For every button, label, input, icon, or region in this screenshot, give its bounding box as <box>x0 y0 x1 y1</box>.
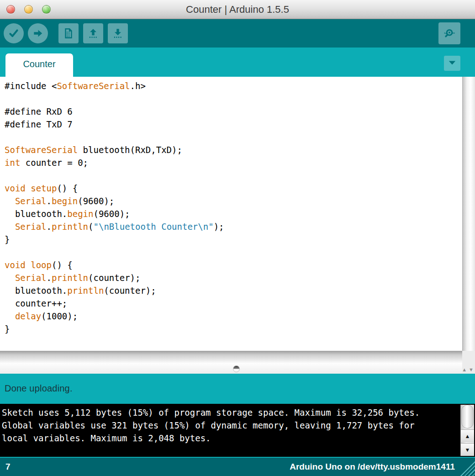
tab-counter[interactable]: Counter <box>5 53 73 77</box>
scroll-up-icon[interactable]: ▲ <box>462 366 467 374</box>
close-button[interactable] <box>6 5 15 14</box>
code-line <box>5 131 462 143</box>
editor-vscrollbar[interactable] <box>462 77 475 351</box>
editor: #include <SoftwareSerial.h> #define RxD … <box>0 77 475 374</box>
window-controls <box>6 5 51 14</box>
console-line: Sketch uses 5,112 bytes (15%) of program… <box>2 406 457 419</box>
console-scrollbar[interactable]: ▲ ▼ <box>460 405 474 456</box>
console-scroll-down-button[interactable]: ▼ <box>461 443 474 456</box>
code-line <box>5 169 462 182</box>
new-sketch-button[interactable] <box>58 23 79 43</box>
code-line: } <box>5 323 462 335</box>
scroll-arrow-buttons[interactable]: ▲▼ <box>455 366 475 374</box>
status-bar: Done uploading. <box>0 374 475 403</box>
tab-menu-button[interactable] <box>444 56 460 71</box>
console-section: Sketch uses 5,112 bytes (15%) of program… <box>0 403 475 458</box>
resize-grip[interactable] <box>459 460 475 476</box>
document-icon <box>63 27 74 39</box>
magnifier-icon <box>443 27 456 40</box>
triangle-down-icon: ▼ <box>465 447 470 453</box>
board-info: Arduino Uno on /dev/tty.usbmodem1411 <box>290 458 455 476</box>
arrow-down-tray-icon <box>112 27 124 39</box>
code-line: int counter = 0; <box>5 156 462 169</box>
code-line: #include <SoftwareSerial.h> <box>5 79 462 92</box>
minimize-button[interactable] <box>24 5 33 14</box>
code-line: Serial.println("\nBluetooth Counter\n"); <box>5 220 462 233</box>
code-line: #define RxD 6 <box>5 105 462 118</box>
code-area[interactable]: #include <SoftwareSerial.h> #define RxD … <box>0 77 462 351</box>
code-line <box>5 92 462 105</box>
tab-strip: Counter <box>0 48 475 77</box>
console-line: Global variables use 321 bytes (15%) of … <box>2 419 457 432</box>
triangle-up-icon: ▲ <box>465 433 470 439</box>
footer-bar: 7 Arduino Uno on /dev/tty.usbmodem1411 <box>0 458 475 476</box>
editor-hscrollbar[interactable] <box>0 351 462 374</box>
console-output: Sketch uses 5,112 bytes (15%) of program… <box>0 404 475 457</box>
line-number: 7 <box>5 458 11 476</box>
code-line <box>5 246 462 259</box>
check-icon <box>8 27 20 39</box>
save-button[interactable] <box>108 23 128 43</box>
upload-button[interactable] <box>28 23 48 43</box>
console-scrollbar-thumb[interactable] <box>461 405 474 428</box>
code-line: delay(1000); <box>5 310 462 323</box>
code-line: Serial.begin(9600); <box>5 195 462 207</box>
window-title: Counter | Arduino 1.5.5 <box>0 0 475 19</box>
chevron-down-icon <box>447 58 457 69</box>
serial-monitor-button[interactable] <box>438 22 460 44</box>
code-line: void setup() { <box>5 182 462 195</box>
code-line: } <box>5 233 462 246</box>
title-bar: Counter | Arduino 1.5.5 <box>0 0 475 19</box>
zoom-button[interactable] <box>42 5 51 14</box>
arrow-right-icon <box>32 27 44 39</box>
splitter-handle[interactable] <box>233 365 240 372</box>
console-scroll-up-button[interactable]: ▲ <box>461 429 474 442</box>
open-button[interactable] <box>83 23 103 43</box>
toolbar <box>0 19 475 48</box>
tab-label: Counter <box>23 59 55 71</box>
console-line: local variables. Maximum is 2,048 bytes. <box>2 432 457 444</box>
code-line: counter++; <box>5 297 462 310</box>
status-message: Done uploading. <box>5 374 73 403</box>
code-line: Serial.println(counter); <box>5 271 462 284</box>
scroll-down-icon[interactable]: ▼ <box>469 366 474 374</box>
code-line: SoftwareSerial bluetooth(RxD,TxD); <box>5 143 462 156</box>
code-line: #define TxD 7 <box>5 118 462 131</box>
verify-button[interactable] <box>4 23 24 43</box>
code-line: void loop() { <box>5 259 462 271</box>
arrow-up-tray-icon <box>87 27 99 39</box>
code-line: bluetooth.println(counter); <box>5 284 462 297</box>
code-line: bluetooth.begin(9600); <box>5 207 462 220</box>
